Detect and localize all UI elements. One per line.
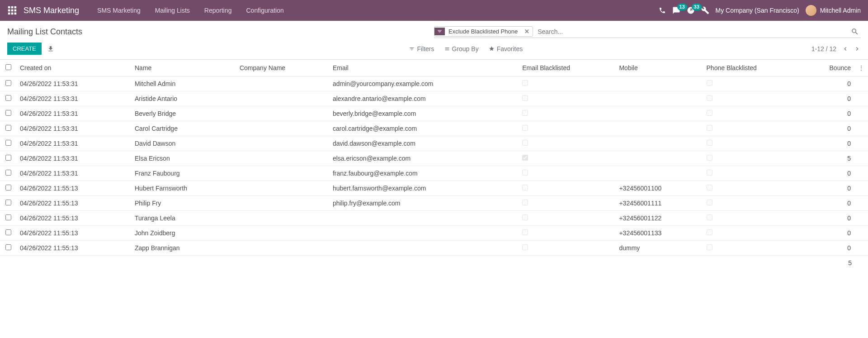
svg-rect-6 [8,13,10,15]
row-checkbox[interactable] [5,170,11,176]
pager-prev[interactable] [842,45,849,52]
table-row[interactable]: 04/26/2022 11:53:31Mitchell Adminadmin@y… [0,76,868,91]
email-blacklisted-checkbox [522,110,528,116]
navbar: SMS Marketing SMS Marketing Mailing List… [0,0,868,21]
row-checkbox[interactable] [5,185,11,190]
pager-range[interactable]: 1-12 / 12 [811,45,836,52]
export-icon[interactable] [47,45,54,52]
cell-phone-blacklisted [703,196,804,211]
table-row[interactable]: 04/26/2022 11:53:31Elsa Ericsonelsa.eric… [0,151,868,166]
pager-next[interactable] [854,45,861,52]
optional-columns-toggle[interactable]: ⋮ [854,60,868,76]
cell-email-blacklisted [519,241,615,256]
table-row[interactable]: 04/26/2022 11:55:13Hubert Farnsworthhube… [0,181,868,196]
select-all-checkbox[interactable] [5,64,11,70]
table-row[interactable]: 04/26/2022 11:53:31David Dawsondavid.daw… [0,136,868,151]
cell-name: Hubert Farnsworth [131,181,236,196]
cell-email-blacklisted [519,136,615,151]
debug-icon[interactable] [701,6,709,14]
nav-link-sms-marketing[interactable]: SMS Marketing [90,7,148,14]
cell-name: Elsa Ericson [131,151,236,166]
apps-icon[interactable] [7,5,17,15]
cell-email: alexandre.antario@example.com [329,91,519,106]
phone-blacklisted-checkbox [707,214,712,220]
table-row[interactable]: 04/26/2022 11:55:13John Zoidberg+3245600… [0,226,868,241]
svg-rect-5 [14,10,17,12]
cell-created-on: 04/26/2022 11:53:31 [16,91,131,106]
cell-company [236,121,329,136]
cell-bounce: 0 [804,181,854,196]
cell-name: Zapp Brannigan [131,241,236,256]
table-row[interactable]: 04/26/2022 11:55:13Philip Fryphilip.fry@… [0,196,868,211]
row-checkbox[interactable] [5,155,11,161]
favorites-dropdown[interactable]: Favorites [489,45,523,52]
col-phone-blacklisted[interactable]: Phone Blacklisted [703,60,804,76]
cell-email [329,226,519,241]
cell-company [236,211,329,226]
cell-name: Aristide Antario [131,91,236,106]
cell-email-blacklisted [519,211,615,226]
svg-rect-2 [14,6,17,9]
phone-blacklisted-checkbox [707,170,712,176]
row-checkbox[interactable] [5,229,11,235]
phone-icon[interactable] [659,7,666,14]
cell-mobile: +32456001111 [615,196,703,211]
col-created-on[interactable]: Created on [16,60,131,76]
svg-rect-8 [14,13,17,15]
row-checkbox[interactable] [5,95,11,101]
facet-remove[interactable]: ✕ [521,27,533,36]
search-input[interactable] [536,27,849,37]
table-row[interactable]: 04/26/2022 11:55:13Turanga Leela+3245600… [0,211,868,226]
row-checkbox[interactable] [5,244,11,250]
cell-company [236,196,329,211]
filters-dropdown[interactable]: Filters [409,45,434,52]
facet-label: Exclude Blacklisted Phone [445,27,521,36]
col-email-blacklisted[interactable]: Email Blacklisted [519,60,615,76]
table-row[interactable]: 04/26/2022 11:53:31Carol Cartridgecarol.… [0,121,868,136]
cell-email [329,241,519,256]
cell-created-on: 04/26/2022 11:55:13 [16,226,131,241]
col-bounce[interactable]: Bounce [804,60,854,76]
create-button[interactable]: CREATE [7,43,42,55]
nav-link-configuration[interactable]: Configuration [239,7,291,14]
cell-mobile: +32456001122 [615,211,703,226]
col-company[interactable]: Company Name [236,60,329,76]
cell-mobile [615,121,703,136]
cell-bounce: 0 [804,136,854,151]
cell-name: David Dawson [131,136,236,151]
table-row[interactable]: 04/26/2022 11:53:31Aristide Antarioalexa… [0,91,868,106]
messaging-icon[interactable]: 13 [672,6,680,14]
row-checkbox[interactable] [5,110,11,116]
nav-link-reporting[interactable]: Reporting [197,7,239,14]
table-row[interactable]: 04/26/2022 11:53:31Beverly Bridgebeverly… [0,106,868,121]
app-name[interactable]: SMS Marketing [24,6,79,15]
messaging-badge: 13 [677,4,687,10]
nav-link-mailing-lists[interactable]: Mailing Lists [148,7,197,14]
col-email[interactable]: Email [329,60,519,76]
company-selector[interactable]: My Company (San Francisco) [716,7,799,14]
cell-bounce: 0 [804,106,854,121]
row-checkbox[interactable] [5,140,11,146]
table-row[interactable]: 04/26/2022 11:55:13Zapp Brannigandummy0 [0,241,868,256]
user-menu[interactable]: Mitchell Admin [806,5,861,16]
row-checkbox[interactable] [5,214,11,220]
search-icon[interactable] [849,28,861,36]
row-checkbox[interactable] [5,200,11,205]
row-checkbox[interactable] [5,80,11,86]
phone-blacklisted-checkbox [707,110,712,116]
search-bar[interactable]: Exclude Blacklisted Phone ✕ [434,26,861,38]
cell-email-blacklisted [519,91,615,106]
cell-email-blacklisted [519,181,615,196]
table-row[interactable]: 04/26/2022 11:53:31Franz Faubourgfranz.f… [0,166,868,181]
cell-bounce: 0 [804,196,854,211]
groupby-dropdown[interactable]: Group By [444,45,479,52]
col-mobile[interactable]: Mobile [615,60,703,76]
cell-name: Franz Faubourg [131,166,236,181]
cell-email-blacklisted [519,151,615,166]
row-checkbox[interactable] [5,125,11,131]
cell-mobile [615,166,703,181]
email-blacklisted-checkbox [522,214,528,220]
activity-icon[interactable]: 33 [687,6,695,14]
select-all-header [0,60,16,76]
col-name[interactable]: Name [131,60,236,76]
